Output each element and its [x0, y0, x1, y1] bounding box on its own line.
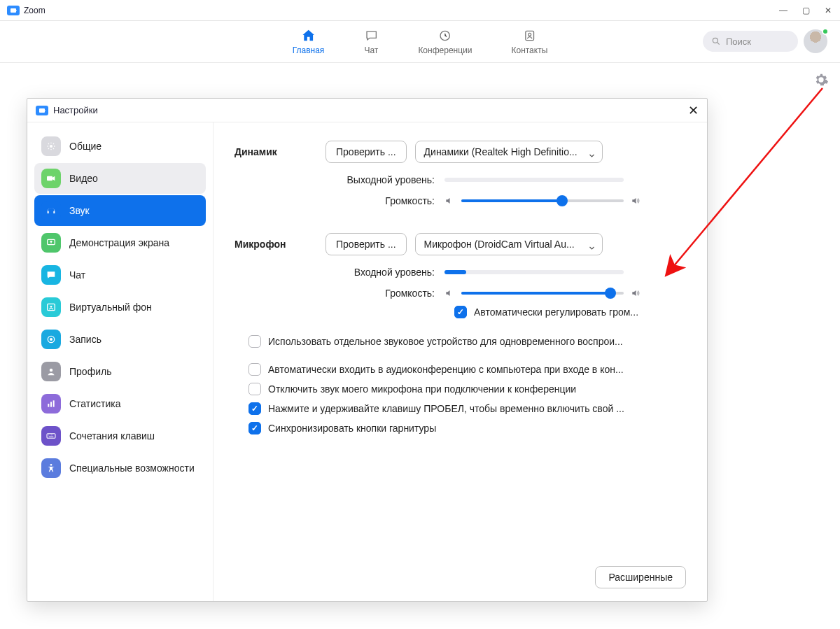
record-icon: [41, 330, 61, 349]
svg-rect-5: [47, 176, 52, 181]
profile-icon: [41, 362, 61, 381]
settings-dialog: Настройки ✕ Общие Видео Звук Демонстраци…: [27, 98, 708, 602]
presence-dot: [822, 28, 829, 35]
sidebar-item-audio[interactable]: Звук: [34, 195, 206, 226]
window-controls: — ▢ ✕: [778, 6, 833, 15]
tab-home[interactable]: Главная: [293, 28, 325, 55]
sidebar-item-record[interactable]: Запись: [34, 324, 206, 355]
gear-icon: [41, 136, 61, 156]
volume-low-icon: [444, 288, 454, 298]
share-icon: [41, 233, 61, 253]
top-nav: Главная Чат Конференции Контакты Поиск: [0, 21, 840, 63]
opt-auto-join-audio-checkbox[interactable]: [248, 363, 261, 376]
contacts-icon: [522, 28, 537, 43]
svg-point-16: [50, 464, 52, 466]
svg-rect-15: [47, 434, 55, 439]
tab-meetings[interactable]: Конференции: [418, 28, 472, 55]
background-icon: [41, 297, 61, 317]
output-level-meter: [444, 178, 624, 182]
svg-point-2: [528, 33, 531, 36]
zoom-icon: [36, 106, 48, 115]
speaker-volume-label: Громкость:: [234, 195, 444, 206]
speaker-device-select[interactable]: Динамики (Realtek High Definitio...: [415, 141, 603, 163]
mic-section-label: Микрофон: [234, 239, 326, 250]
opt-mute-on-join-checkbox[interactable]: [248, 383, 261, 395]
chat-icon: [363, 28, 379, 43]
speaker-section-label: Динамик: [234, 146, 326, 157]
mic-device-select[interactable]: Микрофон (DroidCam Virtual Au...: [415, 233, 603, 255]
headphones-icon: [41, 201, 61, 220]
opt-headset-sync-checkbox[interactable]: [248, 422, 261, 434]
test-speaker-button[interactable]: Проверить ...: [326, 141, 407, 163]
mic-volume-label: Громкость:: [234, 288, 444, 299]
settings-sidebar: Общие Видео Звук Демонстрация экрана Чат…: [27, 122, 214, 601]
volume-low-icon: [444, 196, 454, 206]
opt-space-unmute-checkbox[interactable]: [248, 402, 261, 415]
svg-point-10: [50, 338, 52, 341]
home-icon: [301, 28, 316, 43]
settings-title: Настройки: [53, 105, 98, 115]
search-input[interactable]: Поиск: [703, 31, 798, 52]
advanced-button[interactable]: Расширенные: [595, 566, 686, 588]
svg-rect-13: [50, 402, 52, 407]
svg-rect-14: [53, 400, 55, 407]
input-level-label: Входной уровень:: [234, 267, 444, 278]
window-titlebar: Zoom — ▢ ✕: [0, 0, 840, 21]
auto-gain-label: Автоматически регулировать гром...: [474, 306, 638, 318]
sidebar-item-profile[interactable]: Профиль: [34, 356, 206, 387]
svg-point-3: [713, 38, 718, 43]
tab-contacts[interactable]: Контакты: [511, 28, 547, 55]
window-title: Zoom: [24, 6, 46, 15]
zoom-icon: [7, 6, 20, 15]
auto-gain-checkbox[interactable]: [454, 306, 467, 318]
sidebar-item-video[interactable]: Видео: [34, 163, 206, 194]
maximize-button[interactable]: ▢: [801, 6, 811, 15]
minimize-button[interactable]: —: [778, 6, 788, 15]
close-button[interactable]: ✕: [823, 6, 833, 15]
svg-rect-12: [48, 404, 49, 407]
sidebar-item-chat[interactable]: Чат: [34, 260, 206, 290]
test-mic-button[interactable]: Проверить ...: [326, 233, 407, 255]
speaker-volume-slider[interactable]: [461, 199, 624, 202]
volume-high-icon: [631, 288, 640, 298]
clock-icon: [438, 28, 453, 43]
chevron-down-icon: [589, 150, 595, 156]
sidebar-item-accessibility[interactable]: Специальные возможности: [34, 453, 206, 483]
mic-volume-slider[interactable]: [461, 292, 624, 295]
tab-chat[interactable]: Чат: [363, 28, 379, 55]
chat-icon: [41, 265, 61, 285]
sidebar-item-background[interactable]: Виртуальный фон: [34, 292, 206, 323]
sidebar-item-keys[interactable]: Сочетания клавиш: [34, 420, 206, 451]
close-icon[interactable]: ✕: [688, 103, 699, 118]
input-level-meter: [444, 270, 624, 274]
accessibility-icon: [41, 458, 61, 478]
opt-separate-device-checkbox[interactable]: [248, 335, 261, 348]
chevron-down-icon: [589, 242, 595, 248]
output-level-label: Выходной уровень:: [234, 174, 444, 185]
sidebar-item-stats[interactable]: Статистика: [34, 388, 206, 419]
search-icon: [711, 36, 721, 46]
volume-high-icon: [631, 196, 640, 206]
settings-content-audio: Динамик Проверить ... Динамики (Realtek …: [214, 122, 707, 601]
gear-icon[interactable]: [813, 72, 829, 87]
sidebar-item-share[interactable]: Демонстрация экрана: [34, 227, 206, 258]
keyboard-icon: [41, 426, 61, 446]
video-icon: [41, 169, 61, 188]
svg-point-8: [50, 306, 52, 308]
avatar[interactable]: [804, 29, 827, 53]
sidebar-item-general[interactable]: Общие: [34, 131, 206, 162]
stats-icon: [41, 394, 61, 414]
svg-point-4: [50, 145, 52, 148]
svg-point-11: [50, 369, 53, 372]
settings-titlebar: Настройки ✕: [27, 99, 707, 122]
